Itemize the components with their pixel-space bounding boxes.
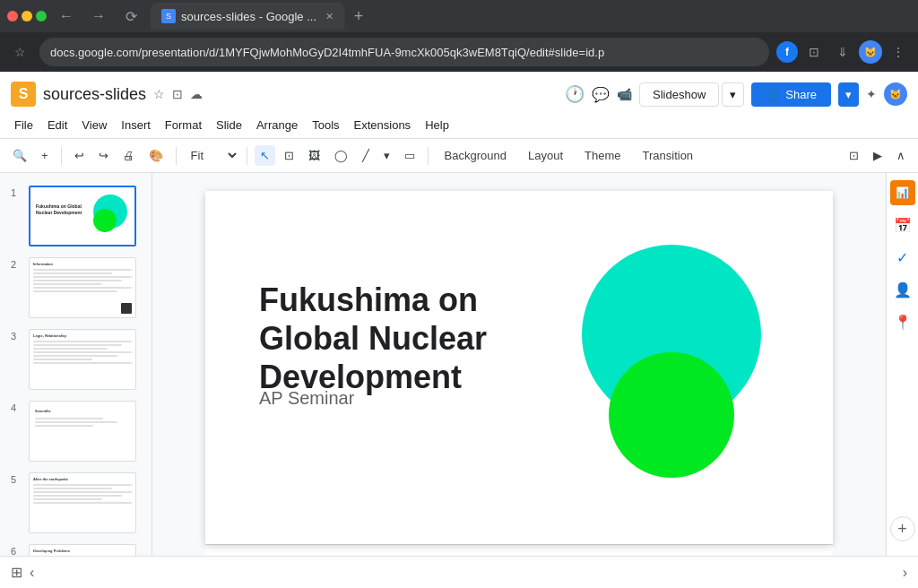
slide-item-3[interactable]: 3 Logic, Relationship [0,324,152,395]
app-title-row: S sources-slides ☆ ⊡ ☁ 🕐 💬 📹 Slideshow ▾… [0,72,918,111]
slide-subtitle[interactable]: AP Seminar [259,388,354,409]
slide-number-1: 1 [11,186,22,198]
slide-main-title[interactable]: Fukushima on Global Nuclear Development [259,281,582,397]
menu-insert[interactable]: Insert [114,115,158,135]
bottom-nav-right: › [903,565,907,581]
share-btn[interactable]: 👤 Share [751,82,831,107]
slide-thumb-3: Logic, Relationship [29,329,136,390]
download-icon[interactable]: ⇓ [830,39,855,65]
add-apps-btn[interactable]: + [890,516,915,541]
slide-item-4[interactable]: 4 Scientific [0,395,152,467]
accessibility-btn[interactable]: ⊡ [844,145,864,166]
forward-btn[interactable]: → [86,4,111,29]
tab-favicon: S [161,9,176,23]
line-tool[interactable]: ╱ [357,145,375,166]
redo-btn[interactable]: ↪ [93,145,114,166]
fb-extension-icon[interactable]: f [776,41,798,63]
shape-tool[interactable]: ◯ [329,145,353,166]
image-tool[interactable]: 🖼 [303,145,325,166]
url-text: docs.google.com/presentation/d/1MYFQjwMo… [50,46,758,59]
close-tab-icon[interactable]: ✕ [325,11,333,22]
app-container: S sources-slides ☆ ⊡ ☁ 🕐 💬 📹 Slideshow ▾… [0,72,918,588]
more-shapes-btn[interactable]: ▾ [378,145,395,166]
app-title: sources-slides [43,85,146,104]
speaker-notes-bar[interactable]: Click to add speaker notes [205,544,833,556]
nav-bar: ☆ docs.google.com/presentation/d/1MYFQjw… [0,32,918,72]
print-btn[interactable]: 🖨 [117,145,140,166]
menu-format[interactable]: Format [158,115,209,135]
menu-edit[interactable]: Edit [40,115,74,135]
close-window-btn[interactable] [7,11,18,22]
prev-slide-icon[interactable]: ‹ [30,565,34,581]
expand-toolbar-btn[interactable]: ∧ [891,145,911,166]
user-avatar[interactable]: 🐱 [884,82,907,106]
new-tab-btn[interactable]: + [348,5,369,27]
canvas-wrapper: Fukushima on Global Nuclear Development … [205,191,833,556]
slide-thumb-content-3: Logic, Relationship [30,330,135,389]
zoom-in-btn[interactable]: + [36,145,54,166]
profile-avatar[interactable]: 🐱 [859,40,882,64]
reload-btn[interactable]: ⟳ [118,4,143,29]
transition-btn[interactable]: Transition [634,145,703,166]
minimize-window-btn[interactable] [22,11,32,22]
grid-view-icon[interactable]: ⊞ [11,564,22,581]
background-btn[interactable]: Background [436,145,515,166]
active-tab[interactable]: S sources-slides - Google ... ✕ [151,3,344,30]
layout-btn[interactable]: Layout [519,145,572,166]
divider-1 [61,147,62,165]
menu-tools[interactable]: Tools [305,115,346,135]
slide-thumb-2: Information [29,257,136,318]
back-btn[interactable]: ← [54,4,79,29]
slideshow-btn[interactable]: Slideshow [639,82,719,107]
menu-view[interactable]: View [74,115,114,135]
search-btn[interactable]: 🔍 [7,145,32,166]
zoom-select[interactable]: Fit 50% 75% 100% [184,146,239,165]
google-contacts-side-icon[interactable]: 👤 [890,277,915,302]
bookmark-icon[interactable]: ☆ [7,39,32,65]
google-tasks-side-icon[interactable]: ✓ [890,245,915,270]
toolbar: 🔍 + ↩ ↪ 🖨 🎨 Fit 50% 75% 100% ↖ ⊡ 🖼 ◯ ╱ ▾… [0,139,918,173]
slide-thumb-4: Scientific [29,401,136,462]
slide-item-5[interactable]: 5 After the earthquake [0,467,152,539]
history-icon[interactable]: 🕐 [565,84,585,104]
google-maps-side-icon[interactable]: 📍 [890,309,915,334]
menu-slide[interactable]: Slide [209,115,249,135]
magic-icon[interactable]: ✦ [866,87,877,101]
paint-format-btn[interactable]: 🎨 [143,145,169,166]
slideshow-dropdown-btn[interactable]: ▾ [722,82,744,107]
present-mode-btn[interactable]: ▶ [868,145,888,166]
tab-title: sources-slides - Google ... [181,10,316,23]
star-icon[interactable]: ☆ [153,87,165,101]
slide-canvas[interactable]: Fukushima on Global Nuclear Development … [205,191,833,544]
thumb4-title: Scientific [35,409,51,413]
slide-item-6[interactable]: 6 Developing Problems [0,539,152,556]
menu-arrange[interactable]: Arrange [249,115,305,135]
share-dropdown-btn[interactable]: ▾ [838,82,859,107]
slide-item-1[interactable]: 1 Fukushima on GlobalNuclear Development [0,180,152,252]
video-call-icon[interactable]: 📹 [617,87,632,101]
menu-file[interactable]: File [7,115,40,135]
next-slide-icon[interactable]: › [903,565,907,580]
undo-btn[interactable]: ↩ [69,145,90,166]
menu-help[interactable]: Help [418,115,456,135]
maximize-window-btn[interactable] [36,11,47,22]
cloud-save-icon[interactable]: ☁ [190,87,203,101]
slide-thumb-content-6: Developing Problems [30,545,135,556]
slide-item-2[interactable]: 2 Information [0,252,152,324]
select-region-tool[interactable]: ⊡ [279,145,299,166]
puzzle-extension-icon[interactable]: ⊡ [801,39,827,65]
theme-btn[interactable]: Theme [576,145,629,166]
google-slides-side-icon[interactable]: 📊 [890,180,915,205]
menu-extensions[interactable]: Extensions [347,115,419,135]
google-calendar-side-icon[interactable]: 📅 [890,212,915,238]
text-box-tool[interactable]: ▭ [399,145,420,166]
slides-panel: 1 Fukushima on GlobalNuclear Development… [0,173,152,556]
comments-icon[interactable]: 💬 [592,86,610,103]
move-to-folder-icon[interactable]: ⊡ [172,87,183,101]
slide-thumb-content-5: After the earthquake [30,473,135,532]
canvas-area: Fukushima on Global Nuclear Development … [152,173,886,556]
more-options-icon[interactable]: ⋮ [886,39,911,65]
address-bar[interactable]: docs.google.com/presentation/d/1MYFQjwMo… [39,38,769,66]
window-controls [7,11,47,22]
select-tool[interactable]: ↖ [255,145,275,166]
